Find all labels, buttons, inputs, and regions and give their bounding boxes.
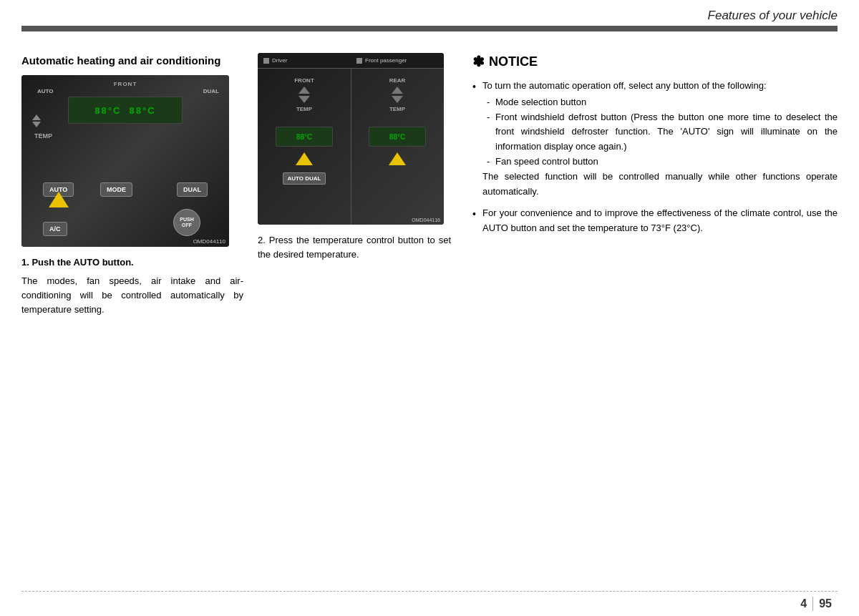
footer-pagination: 4 95 [795, 596, 838, 612]
page-footer: 4 95 [0, 591, 859, 616]
car-panel-image-1: FRONT AUTO DUAL 88°C 88°C TEMP AUTO MODE… [21, 75, 229, 247]
temp-arrows [32, 114, 41, 127]
notice-title-text: NOTICE [489, 54, 538, 69]
right-column: ✽ NOTICE To turn the automatic operation… [465, 53, 838, 322]
ac-button: A/C [43, 222, 67, 236]
omd-label-2: OMD044116 [412, 217, 440, 223]
step1-text: 1. Push the AUTO button. The modes, fan … [21, 255, 243, 318]
step1-paragraph: The modes, fan speeds, air intake and ai… [21, 274, 243, 317]
temp-label-left: TEMP [296, 106, 312, 112]
temp-arrows-left [299, 87, 310, 103]
footer-chapter: 4 [795, 596, 812, 612]
notice-bullet1-continuation: The selected function will be controlled… [482, 171, 838, 197]
header-bar [21, 26, 838, 31]
sub-item-1: Mode selection button [487, 95, 838, 110]
display-left: 88°C [276, 127, 333, 147]
temp-label: TEMP [34, 132, 52, 140]
step2-text: 2. Press the temperature control button … [258, 233, 451, 262]
dual-button: DUAL [177, 182, 208, 197]
auto-text: AUTO [37, 88, 54, 94]
notice-bullet1-intro: To turn the automatic operation off, sel… [482, 80, 767, 91]
driver-square [263, 58, 269, 64]
main-content: Automatic heating and air conditioning F… [0, 31, 859, 336]
footer-content: 4 95 [0, 592, 859, 616]
driver-label: Driver [258, 53, 351, 68]
section-title: Automatic heating and air conditioning [21, 53, 243, 68]
step1-bold: 1. Push the AUTO button. [21, 257, 134, 268]
up-arrow-right [392, 87, 403, 94]
driver-label-text: Driver [272, 57, 287, 64]
push-off-button: PUSHOFF [173, 209, 200, 236]
up-arrow-left [299, 87, 310, 94]
passenger-label: Front passenger [351, 53, 444, 68]
footer-page-number: 95 [813, 596, 838, 612]
notice-sub-list: Mode selection button Front windshield d… [482, 95, 838, 170]
panel-display: 88°C 88°C [68, 97, 183, 124]
middle-column: Driver Front passenger FRONT [258, 53, 451, 322]
notice-bullet-2: For your convenience and to improve the … [472, 206, 838, 236]
left-column: Automatic heating and air conditioning F… [21, 53, 243, 322]
passenger-square [356, 58, 362, 64]
front-label: FRONT [114, 81, 137, 87]
temp-up-arrow [32, 114, 41, 120]
dual-label-bar: Driver Front passenger [258, 53, 444, 69]
header-title: Features of your vehicle [708, 9, 838, 26]
right-panel-section: REAR TEMP 88°C [351, 69, 444, 225]
notice-list: To turn the automatic operation off, sel… [472, 79, 838, 236]
dual-text: DUAL [203, 88, 219, 94]
rear-label-right: REAR [389, 77, 406, 84]
notice-bullet-1: To turn the automatic operation off, sel… [472, 79, 838, 199]
yellow-arrow-1 [49, 192, 69, 207]
auto-dual-btn: AUTO DUAL [283, 172, 326, 185]
notice-asterisk: ✽ [472, 53, 485, 70]
sub-item-3: Fan speed control button [487, 155, 838, 170]
omd-label-1: OMD044110 [193, 238, 225, 245]
left-panel-section: FRONT TEMP 88°C AUTO DUAL [258, 69, 351, 225]
dual-panel-image: Driver Front passenger FRONT [258, 53, 444, 225]
page-header: Features of your vehicle [0, 0, 859, 26]
mode-button: MODE [100, 182, 132, 197]
notice-title: ✽ NOTICE [472, 53, 838, 70]
display-right: 88°C [369, 127, 426, 147]
temp-label-right: TEMP [389, 106, 405, 112]
sub-item-2: Front windshield defrost button (Press t… [487, 110, 838, 155]
yellow-arrow-right-panel [389, 152, 406, 165]
passenger-label-text: Front passenger [365, 57, 407, 64]
temp-down-arrow [32, 122, 41, 127]
temp-arrows-right [392, 87, 403, 103]
down-arrow-left [299, 96, 310, 103]
down-arrow-right [392, 96, 403, 103]
yellow-arrow-left-panel [296, 152, 313, 165]
front-label-left: FRONT [294, 77, 314, 84]
